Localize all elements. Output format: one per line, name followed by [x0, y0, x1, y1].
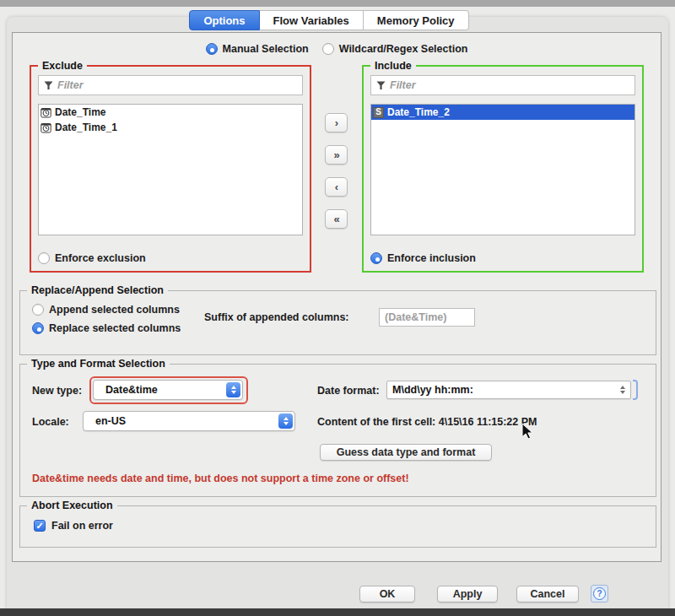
remove-all-button[interactable]: « — [325, 209, 348, 229]
tab-flow-variables[interactable]: Flow Variables — [260, 10, 364, 30]
replace-columns-label: Replace selected columns — [49, 322, 181, 334]
date-format-combo[interactable]: M\dd\yy hh:mm: — [386, 381, 631, 399]
fail-on-error-label: Fail on error — [51, 520, 113, 532]
enforce-inclusion-radio[interactable]: Enforce inclusion — [370, 252, 476, 264]
filter-funnel-icon — [44, 81, 53, 90]
include-filter-input[interactable] — [390, 79, 629, 91]
abort-group-title: Abort Execution — [27, 500, 117, 511]
replace-append-group-title: Replace/Append Selection — [27, 284, 168, 296]
type-format-group-title: Type and Format Selection — [27, 358, 170, 370]
type-format-group: Type and Format Selection New type: Date… — [19, 364, 656, 497]
new-type-label: New type: — [32, 385, 82, 397]
manual-selection-label: Manual Selection — [223, 43, 309, 55]
tab-memory-policy[interactable]: Memory Policy — [364, 10, 469, 30]
manual-selection-radio[interactable]: Manual Selection — [206, 43, 309, 55]
wildcard-selection-label: Wildcard/Regex Selection — [339, 43, 468, 55]
datetime-type-icon — [40, 122, 51, 133]
include-column-list[interactable]: S Date_Time_2 — [370, 104, 635, 235]
ok-button[interactable]: OK — [359, 586, 415, 602]
radio-off-icon — [322, 43, 334, 55]
exclude-filter-box — [38, 75, 303, 95]
append-columns-radio[interactable]: Append selected columns — [32, 304, 180, 316]
dropdown-stepper-icon — [226, 382, 240, 397]
list-item[interactable]: Date_Time_1 — [39, 120, 302, 135]
exclude-filter-input[interactable] — [57, 79, 297, 91]
wildcard-regex-selection-radio[interactable]: Wildcard/Regex Selection — [322, 43, 468, 55]
dialog-screen: Options Flow Variables Memory Policy Man… — [0, 0, 675, 616]
cancel-button[interactable]: Cancel — [516, 586, 579, 602]
radio-off-icon — [32, 304, 44, 316]
focus-bracket — [633, 380, 638, 400]
add-button[interactable]: › — [325, 113, 348, 132]
list-item-selected[interactable]: S Date_Time_2 — [371, 105, 634, 120]
enforce-exclusion-label: Enforce exclusion — [55, 252, 146, 264]
exclude-column-list[interactable]: Date_Time Date_Time_1 — [38, 104, 303, 235]
locale-value: en-US — [84, 415, 277, 427]
selection-mode-row: Manual Selection Wildcard/Regex Selectio… — [13, 43, 661, 55]
column-name: Date_Time_1 — [55, 122, 117, 133]
guess-type-button[interactable]: Guess data type and format — [320, 444, 492, 461]
locale-dropdown[interactable]: en-US — [83, 411, 295, 431]
include-group-title: Include — [370, 60, 416, 72]
datetime-warning-text: Date&time needs date and time, but does … — [32, 473, 409, 484]
mouse-cursor — [521, 423, 533, 440]
bottom-window-strip — [0, 608, 675, 616]
include-filter-box — [370, 75, 635, 95]
help-button[interactable]: ? — [591, 585, 608, 602]
tab-bar: Options Flow Variables Memory Policy — [0, 10, 675, 30]
locale-label: Locale: — [32, 416, 69, 428]
replace-append-group: Replace/Append Selection Append selected… — [19, 290, 656, 355]
add-all-button[interactable]: » — [325, 145, 348, 165]
exclude-group-title: Exclude — [38, 60, 87, 72]
options-panel: Manual Selection Wildcard/Regex Selectio… — [12, 32, 662, 562]
list-item[interactable]: Date_Time — [39, 105, 302, 120]
tab-options[interactable]: Options — [189, 10, 259, 30]
help-icon: ? — [593, 587, 606, 600]
date-format-value: M\dd\yy hh:mm: — [387, 384, 617, 396]
exclude-group: Exclude Date_Time — [30, 65, 311, 273]
new-type-dropdown[interactable]: Date&time — [93, 380, 243, 400]
checkbox-checked-icon: ✓ — [34, 520, 46, 532]
append-columns-label: Append selected columns — [49, 304, 180, 316]
abort-execution-group: Abort Execution ✓ Fail on error — [19, 505, 656, 548]
datetime-type-icon — [40, 107, 51, 118]
remove-button[interactable]: ‹ — [325, 177, 348, 197]
suffix-label: Suffix of appended columns: — [204, 311, 349, 323]
filter-funnel-icon — [376, 81, 386, 90]
apply-button[interactable]: Apply — [437, 586, 498, 602]
replace-columns-radio[interactable]: Replace selected columns — [32, 322, 181, 334]
new-type-value: Date&time — [94, 384, 224, 396]
column-name: Date_Time — [55, 106, 105, 118]
radio-on-icon — [32, 322, 44, 334]
radio-off-icon — [38, 252, 50, 264]
string-type-icon: S — [373, 107, 384, 118]
first-cell-text: Content of the first cell: 4\15\16 11:15… — [317, 416, 537, 428]
combo-stepper-icon — [617, 386, 629, 394]
enforce-exclusion-radio[interactable]: Enforce exclusion — [38, 252, 146, 264]
date-format-label: Date format: — [317, 385, 380, 397]
top-window-strip — [0, 0, 675, 7]
include-group: Include S Date_Time_2 Enforce inclusion — [362, 65, 644, 273]
column-name: Date_Time_2 — [387, 106, 450, 118]
dropdown-stepper-icon — [278, 413, 293, 429]
radio-on-icon — [206, 43, 218, 55]
fail-on-error-checkbox[interactable]: ✓ Fail on error — [34, 520, 113, 532]
suffix-input[interactable]: (Date&Time) — [379, 308, 475, 327]
enforce-inclusion-label: Enforce inclusion — [387, 252, 476, 264]
radio-on-icon — [370, 252, 382, 264]
